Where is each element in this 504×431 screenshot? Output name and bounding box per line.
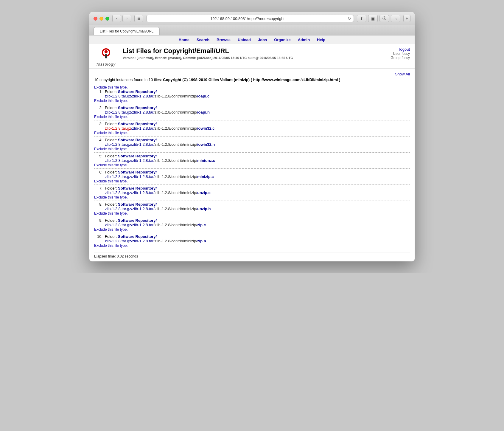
folder-link[interactable]: Software Repository/ bbox=[118, 89, 157, 94]
reader-view-button[interactable]: ▦ bbox=[134, 15, 143, 22]
maximize-button[interactable] bbox=[105, 17, 109, 21]
path-link[interactable]: zlib-1.2.8.tar.gz/zlib-1.2.8.tar/ bbox=[105, 94, 155, 98]
folder-line: Folder: Software Repository/ bbox=[105, 122, 410, 126]
active-tab[interactable]: List Files for Copyright/Email/URL bbox=[94, 27, 160, 35]
folder-line: Folder: Software Repository/ bbox=[105, 106, 410, 110]
file-row: 8:Folder: Software Repository/zlib-1.2.8… bbox=[94, 202, 410, 211]
logo-area: fossology bbox=[94, 47, 118, 66]
nav-jobs[interactable]: Jobs bbox=[258, 38, 267, 42]
toolbar-right: ⬆ ▣ ⓘ ⌂ bbox=[357, 15, 400, 22]
file-details: Folder: Software Repository/zlib-1.2.8.t… bbox=[105, 234, 410, 243]
path-link[interactable]: zlib-1.2.8.tar.gz/zlib-1.2.8.tar/ bbox=[105, 142, 155, 147]
path-link[interactable]: zlib-1.2.8.tar.gz/zlib-1.2.8.tar/ bbox=[105, 239, 155, 243]
file-details: Folder: Software Repository/zlib-1.2.8.t… bbox=[105, 154, 410, 163]
nav-help[interactable]: Help bbox=[317, 38, 325, 42]
file-link[interactable]: ioapi.c bbox=[197, 94, 209, 98]
file-path-line: zlib-1.2.8.tar.gz/zlib-1.2.8.tar/zlib-1.… bbox=[105, 174, 410, 179]
copyright-text: Copyright (C) 1998-2010 Gilles Vollant (… bbox=[163, 77, 340, 82]
copyright-header: 10 copyright instances found in 10 files… bbox=[94, 77, 410, 82]
file-number: 2: bbox=[94, 106, 102, 110]
path-link[interactable]: zlib-1.2.8.tar.gz/zlib-1.2.8.tar/ bbox=[105, 190, 155, 195]
page-title: List Files for Copyright/Email/URL bbox=[123, 47, 391, 55]
exclude-link[interactable]: Exclude this file type. bbox=[94, 85, 128, 89]
nav-search[interactable]: Search bbox=[197, 38, 209, 42]
exclude-line: Exclude this file type. bbox=[94, 99, 410, 103]
exclude-link[interactable]: Exclude this file type. bbox=[94, 244, 128, 248]
file-link[interactable]: iowin32.c bbox=[197, 126, 215, 131]
tab-overview-button[interactable]: ▣ bbox=[368, 15, 378, 22]
exclude-link[interactable]: Exclude this file type. bbox=[94, 163, 128, 167]
path-middle: zlib-1.2.8/contrib/minizip/ bbox=[155, 110, 197, 114]
nav-upload[interactable]: Upload bbox=[238, 38, 251, 42]
nav-admin[interactable]: Admin bbox=[298, 38, 310, 42]
file-link[interactable]: zip.h bbox=[197, 239, 206, 243]
header-right: logout User:fossy Group:fossy bbox=[391, 47, 410, 60]
file-link[interactable]: unzip.h bbox=[197, 207, 211, 211]
exclude-link[interactable]: Exclude this file type. bbox=[94, 211, 128, 216]
exclude-link[interactable]: Exclude this file type. bbox=[94, 179, 128, 183]
share-button[interactable]: ⬆ bbox=[357, 15, 366, 22]
close-button[interactable] bbox=[94, 17, 97, 21]
folder-link[interactable]: Software Repository/ bbox=[118, 122, 157, 126]
folder-link[interactable]: Software Repository/ bbox=[118, 186, 157, 190]
path-middle: zlib-1.2.8/contrib/minizip/ bbox=[155, 207, 197, 211]
home-button[interactable]: ⌂ bbox=[391, 15, 400, 22]
folder-link[interactable]: Software Repository/ bbox=[118, 138, 157, 142]
exclude-link[interactable]: Exclude this file type. bbox=[94, 115, 128, 119]
exclude-link[interactable]: Exclude this file type. bbox=[94, 131, 128, 135]
back-button[interactable]: ‹ bbox=[112, 15, 121, 22]
nav-organize[interactable]: Organize bbox=[274, 38, 291, 42]
file-link[interactable]: iowin32.h bbox=[197, 142, 215, 147]
file-details: Folder: Software Repository/zlib-1.2.8.t… bbox=[105, 122, 410, 131]
file-link[interactable]: zip.c bbox=[197, 223, 206, 227]
address-bar-container: ↻ bbox=[146, 15, 354, 22]
file-entry: 5:Folder: Software Repository/zlib-1.2.8… bbox=[94, 153, 410, 169]
path-link[interactable]: zlib-1.2.8.tar.gz/zlib-1.2.8.tar/ bbox=[105, 158, 155, 163]
address-bar[interactable] bbox=[149, 16, 346, 21]
file-path-line: zlib-1.2.8.tar.gz/zlib-1.2.8.tar/zlib-1.… bbox=[105, 207, 410, 211]
exclude-link[interactable]: Exclude this file type. bbox=[94, 227, 128, 232]
file-entry: 9:Folder: Software Repository/zlib-1.2.8… bbox=[94, 218, 410, 233]
path-link[interactable]: /zlib-1.2.8.tar/ bbox=[131, 126, 155, 131]
exclude-link[interactable]: Exclude this file type. bbox=[94, 99, 128, 103]
folder-link[interactable]: Software Repository/ bbox=[118, 202, 157, 207]
nav-buttons: ‹ › bbox=[112, 15, 131, 22]
info-button[interactable]: ⓘ bbox=[379, 15, 389, 22]
file-row: 1:Folder: Software Repository/zlib-1.2.8… bbox=[94, 89, 410, 98]
file-entries: Exclude this file type.1:Folder: Softwar… bbox=[94, 84, 410, 249]
path-link[interactable]: zlib-1.2.8.tar.gz/zlib-1.2.8.tar/ bbox=[105, 110, 155, 114]
folder-link[interactable]: Software Repository/ bbox=[118, 170, 157, 174]
exclude-link[interactable]: Exclude this file type. bbox=[94, 195, 128, 199]
file-link[interactable]: miniunz.c bbox=[197, 158, 215, 163]
svg-rect-2 bbox=[105, 54, 107, 58]
path-link[interactable]: zlib-1.2.8.tar.gz/zlib-1.2.8.tar/ bbox=[105, 174, 155, 179]
path-link[interactable]: zlib-1.2.8.tar.gz/zlib-1.2.8.tar/ bbox=[105, 207, 155, 211]
path-link-red[interactable]: zlib-1.2.8.tar.gz bbox=[105, 126, 131, 131]
forward-button[interactable]: › bbox=[122, 15, 131, 22]
exclude-link[interactable]: Exclude this file type. bbox=[94, 147, 128, 151]
file-path-line: zlib-1.2.8.tar.gz/zlib-1.2.8.tar/zlib-1.… bbox=[105, 110, 410, 114]
folder-link[interactable]: Software Repository/ bbox=[118, 218, 157, 223]
file-link[interactable]: ioapi.h bbox=[197, 110, 210, 114]
folder-link[interactable]: Software Repository/ bbox=[118, 234, 157, 239]
group-label: Group:fossy bbox=[391, 56, 410, 60]
show-all-link[interactable]: Show All bbox=[395, 72, 410, 76]
minimize-button[interactable] bbox=[99, 17, 103, 21]
file-number: 9: bbox=[94, 218, 102, 223]
nav-browse[interactable]: Browse bbox=[217, 38, 231, 42]
file-number: 7: bbox=[94, 186, 102, 190]
file-number: 5: bbox=[94, 154, 102, 158]
logout-link[interactable]: logout bbox=[399, 47, 410, 52]
file-link[interactable]: minizip.c bbox=[197, 174, 214, 179]
nav-home[interactable]: Home bbox=[179, 38, 189, 42]
folder-link[interactable]: Software Repository/ bbox=[118, 154, 157, 158]
new-tab-button[interactable]: + bbox=[403, 15, 410, 22]
fossology-logo bbox=[99, 47, 113, 62]
reload-button[interactable]: ↻ bbox=[348, 16, 351, 21]
file-number: 10: bbox=[94, 234, 102, 239]
file-row: 10:Folder: Software Repository/zlib-1.2.… bbox=[94, 234, 410, 243]
file-entry: 10:Folder: Software Repository/zlib-1.2.… bbox=[94, 234, 410, 249]
file-link[interactable]: unzip.c bbox=[197, 190, 211, 195]
folder-link[interactable]: Software Repository/ bbox=[118, 106, 157, 110]
path-link[interactable]: zlib-1.2.8.tar.gz/zlib-1.2.8.tar/ bbox=[105, 223, 155, 227]
